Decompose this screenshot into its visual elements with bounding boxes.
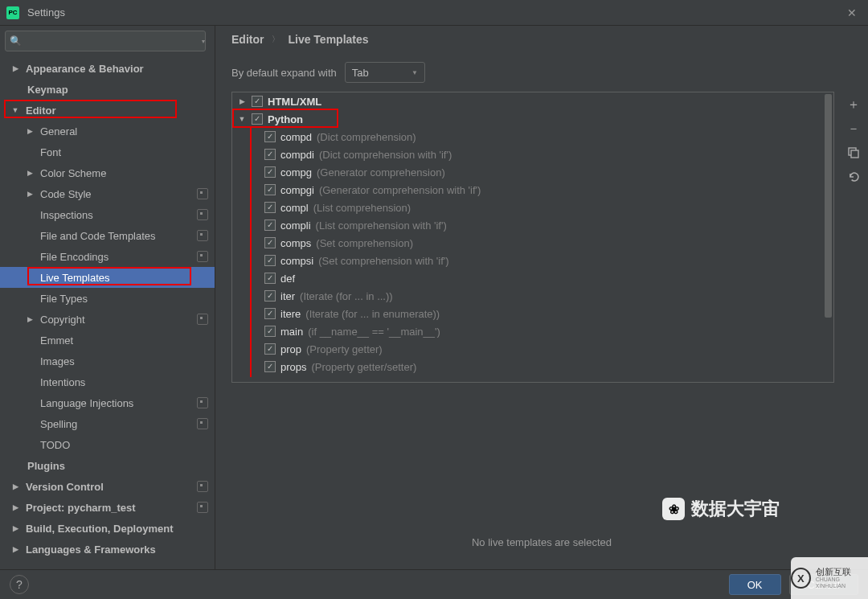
- checkbox[interactable]: [264, 255, 276, 266]
- template-item-itere[interactable]: itere(Iterate (for ... in enumerate)): [232, 305, 833, 322]
- sidebar: 🔍 ▾ ▶Appearance & BehaviorKeymap▼Editor▶…: [0, 26, 215, 569]
- template-name: compd: [280, 131, 312, 143]
- tree-item-todo[interactable]: TODO: [0, 434, 215, 455]
- template-item-compg[interactable]: compg(Generator comprehension): [232, 163, 833, 181]
- tree-item-label: Inspections: [40, 209, 197, 221]
- settings-tree[interactable]: ▶Appearance & BehaviorKeymap▼Editor▶Gene…: [0, 56, 215, 569]
- chevron-down-icon[interactable]: ▾: [202, 38, 205, 45]
- checkbox[interactable]: [252, 96, 263, 107]
- template-desc: (List comprehension): [313, 202, 411, 214]
- svg-rect-7: [200, 254, 203, 256]
- copy-button[interactable]: [844, 143, 863, 162]
- tree-item-code-style[interactable]: ▶Code Style: [0, 183, 215, 204]
- tree-item-language-injections[interactable]: Language Injections: [0, 392, 215, 413]
- checkbox[interactable]: [264, 219, 276, 231]
- svg-rect-3: [200, 212, 203, 215]
- watermark-2: X 创新互联CHUANG XINHULIAN: [791, 557, 868, 599]
- template-name: compgi: [280, 184, 314, 196]
- checkbox[interactable]: [264, 202, 276, 213]
- checkbox[interactable]: [264, 149, 276, 160]
- svg-rect-15: [200, 484, 203, 486]
- template-item-def[interactable]: def: [232, 269, 833, 287]
- close-icon[interactable]: ✕: [842, 3, 862, 23]
- search-input[interactable]: [5, 31, 206, 51]
- tree-item-intentions[interactable]: Intentions: [0, 371, 215, 392]
- template-item-iter[interactable]: iter(Iterate (for ... in ...)): [232, 287, 833, 305]
- expand-arrow-icon: ▶: [24, 190, 35, 198]
- help-button[interactable]: ?: [10, 575, 29, 594]
- tree-item-label: File and Code Templates: [40, 230, 197, 242]
- template-item-compl[interactable]: compl(List comprehension): [232, 199, 833, 216]
- template-item-compd[interactable]: compd(Dict comprehension): [232, 128, 833, 146]
- expand-label: By default expand with: [231, 67, 337, 79]
- window-title: Settings: [27, 6, 65, 18]
- tree-item-label: General: [40, 125, 208, 137]
- tree-item-color-scheme[interactable]: ▶Color Scheme: [0, 162, 215, 183]
- template-item-compgi[interactable]: compgi(Generator comprehension with 'if'…: [232, 181, 833, 199]
- template-name: iter: [280, 290, 295, 302]
- breadcrumb-root: Editor: [231, 33, 264, 46]
- checkbox[interactable]: [264, 308, 276, 319]
- tree-item-build-execution-deployment[interactable]: ▶Build, Execution, Deployment: [0, 518, 215, 539]
- template-name: prop: [280, 343, 301, 355]
- tree-item-images[interactable]: Images: [0, 351, 215, 371]
- tree-item-emmet[interactable]: Emmet: [0, 330, 215, 351]
- checkbox[interactable]: [252, 113, 263, 125]
- scrollbar[interactable]: [825, 94, 832, 380]
- tree-item-languages-frameworks[interactable]: ▶Languages & Frameworks: [0, 539, 215, 560]
- checkbox[interactable]: [264, 131, 276, 142]
- main-panel: Editor 〉 Live Templates By default expan…: [215, 26, 868, 569]
- tree-item-spelling[interactable]: Spelling: [0, 413, 215, 434]
- tree-item-live-templates[interactable]: Live Templates: [0, 267, 215, 288]
- checkbox[interactable]: [264, 326, 276, 337]
- template-desc: (Property getter): [306, 343, 383, 355]
- tree-item-plugins[interactable]: Plugins: [0, 455, 215, 476]
- expand-arrow-icon: ▶: [237, 97, 247, 105]
- tree-item-label: Emmet: [40, 334, 208, 347]
- template-item-compli[interactable]: compli(List comprehension with 'if'): [232, 216, 833, 234]
- project-badge-icon: [197, 314, 208, 325]
- remove-button[interactable]: －: [844, 119, 863, 138]
- tree-item-font[interactable]: Font: [0, 142, 215, 162]
- project-badge-icon: [197, 397, 208, 408]
- tree-item-inspections[interactable]: Inspections: [0, 204, 215, 225]
- tree-item-general[interactable]: ▶General: [0, 121, 215, 142]
- tree-item-copyright[interactable]: ▶Copyright: [0, 309, 215, 330]
- tree-item-file-types[interactable]: File Types: [0, 288, 215, 309]
- template-item-main[interactable]: main(if __name__ == '__main__'): [232, 322, 833, 340]
- tree-item-version-control[interactable]: ▶Version Control: [0, 476, 215, 497]
- tree-item-keymap[interactable]: Keymap: [0, 79, 215, 100]
- ok-button[interactable]: OK: [729, 574, 781, 595]
- tree-item-file-and-code-templates[interactable]: File and Code Templates: [0, 225, 215, 246]
- expand-combo[interactable]: Tab ▼: [345, 62, 425, 83]
- tree-item-file-encodings[interactable]: File Encodings: [0, 246, 215, 267]
- checkbox[interactable]: [264, 184, 276, 195]
- template-group-html-xml[interactable]: ▶HTML/XML: [232, 92, 833, 110]
- tree-item-editor[interactable]: ▼Editor: [0, 100, 215, 121]
- checkbox[interactable]: [264, 166, 276, 178]
- template-item-props[interactable]: props(Property getter/setter): [232, 358, 833, 375]
- checkbox[interactable]: [264, 273, 276, 284]
- add-button[interactable]: ＋: [844, 95, 863, 114]
- template-item-compsi[interactable]: compsi(Set comprehension with 'if'): [232, 252, 833, 269]
- checkbox[interactable]: [264, 290, 276, 302]
- checkbox[interactable]: [264, 237, 276, 248]
- tree-item-label: Font: [40, 146, 208, 158]
- tree-item-label: Color Scheme: [40, 167, 208, 179]
- template-group-python[interactable]: ▼Python: [232, 110, 833, 128]
- svg-rect-9: [200, 317, 203, 319]
- project-badge-icon: [197, 209, 208, 220]
- template-item-prop[interactable]: prop(Property getter): [232, 340, 833, 358]
- breadcrumb: Editor 〉 Live Templates: [215, 26, 868, 53]
- template-item-comps[interactable]: comps(Set comprehension): [232, 234, 833, 252]
- checkbox[interactable]: [264, 361, 276, 372]
- templates-tree[interactable]: ▶HTML/XML▼Pythoncompd(Dict comprehension…: [232, 92, 833, 382]
- checkbox[interactable]: [264, 343, 276, 355]
- revert-button[interactable]: [844, 167, 863, 187]
- expand-arrow-icon: ▶: [24, 169, 35, 177]
- tree-item-appearance-behavior[interactable]: ▶Appearance & Behavior: [0, 58, 215, 79]
- tree-item-project-pycharm-test[interactable]: ▶Project: pycharm_test: [0, 497, 215, 518]
- template-item-compdi[interactable]: compdi(Dict comprehension with 'if'): [232, 146, 833, 163]
- tree-item-label: Spelling: [40, 418, 197, 430]
- svg-rect-11: [200, 400, 203, 403]
